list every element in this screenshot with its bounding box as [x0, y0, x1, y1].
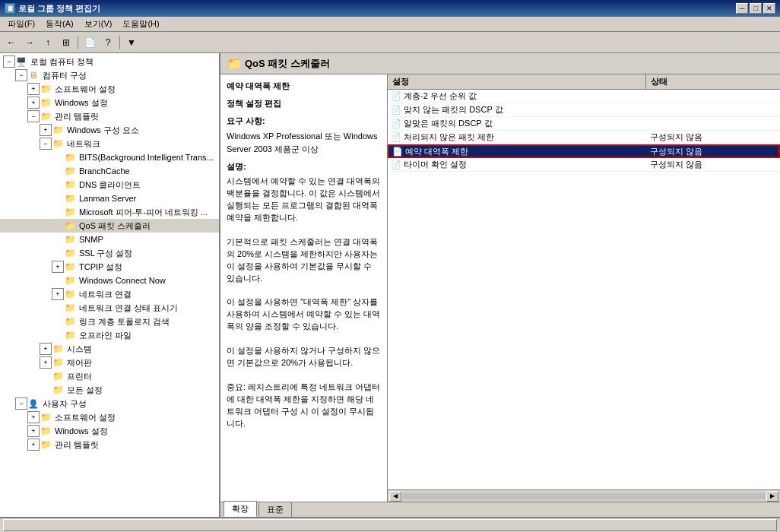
policy-icon-timer: 📄	[391, 160, 401, 169]
tree-network-connections[interactable]: + 📁 네트워크 연결	[0, 287, 219, 301]
tree-branchcache[interactable]: 📁 BranchCache	[0, 164, 219, 178]
menu-action[interactable]: 동작(A)	[41, 17, 78, 30]
policy-row-dscp-tier2[interactable]: 📄 계층-2 우선 순위 값	[388, 90, 780, 103]
policy-icon-dscp-tier2: 📄	[391, 91, 401, 101]
toolbar-separator-1	[78, 36, 78, 49]
tree-ms-peer-label: Microsoft 피어-투-피어 네트워킹 ...	[78, 207, 209, 218]
tree-windows-settings[interactable]: + 📁 Windows 설정	[0, 96, 219, 109]
admin-icon: 📁	[40, 110, 52, 122]
wincomp-icon: 📁	[52, 124, 64, 136]
tree-snmp[interactable]: 📁 SNMP	[0, 233, 219, 246]
tree-ssl[interactable]: 📁 SSL 구성 설정	[0, 246, 219, 260]
tree-printer[interactable]: 📁 프린터	[0, 369, 219, 383]
tab-standard[interactable]: 표준	[258, 502, 292, 517]
tree-snmp-label: SNMP	[78, 235, 105, 244]
desc-title: 예약 대역폭 제한	[227, 81, 381, 92]
snmp-icon: 📁	[64, 233, 76, 245]
maximize-button[interactable]: □	[750, 3, 762, 14]
toolbar-separator-2	[119, 36, 120, 49]
tree-offline-files[interactable]: 📁 오프라인 파일	[0, 328, 219, 342]
col-status[interactable]: 상태	[646, 74, 780, 89]
tree-wcn[interactable]: 📁 Windows Connect Now	[0, 274, 219, 287]
user-windows-icon: 📁	[40, 425, 52, 437]
policy-icon-bandwidth: 📄	[392, 147, 403, 157]
right-content: 예약 대역폭 제한 정책 설정 편집 요구 사항: Windows XP Pro…	[220, 74, 780, 502]
expand-computer-config[interactable]: −	[15, 69, 27, 81]
tree-control-panel[interactable]: + 📁 제어판	[0, 356, 219, 369]
tree-qos-label: QoS 패킷 스케줄러	[78, 220, 152, 232]
expand-software[interactable]: +	[27, 83, 40, 95]
policy-row-dscp-mismatch[interactable]: 📄 맞지 않는 패킷의 DSCP 값	[388, 103, 780, 117]
scroll-track[interactable]	[403, 493, 765, 499]
tree-user-software[interactable]: + 📁 소프트웨어 설정	[0, 410, 219, 424]
properties-button[interactable]: 📄	[81, 34, 98, 51]
expand-ctrl[interactable]: +	[40, 356, 52, 369]
expand-system[interactable]: +	[40, 343, 52, 355]
tree-root[interactable]: − 🖥️ 로컬 컴퓨터 정책	[0, 55, 219, 68]
col-settings[interactable]: 설정	[388, 74, 646, 89]
tree-user-config[interactable]: − 👤 사용자 구성	[0, 397, 219, 410]
policy-status-timer: 구성되지 않음	[647, 158, 780, 171]
expand-network[interactable]: −	[40, 138, 52, 150]
tree-windows-components[interactable]: + 📁 Windows 구성 요소	[0, 123, 219, 137]
tree-net-status[interactable]: 📁 네트워크 연결 상태 표시기	[0, 301, 219, 315]
tree-bits[interactable]: 📁 BITS(Background Intelligent Trans...	[0, 150, 219, 164]
expand-windows[interactable]: +	[27, 97, 40, 109]
policy-icon-dscp-mismatch: 📄	[391, 105, 401, 115]
policy-row-dscp-unknown[interactable]: 📄 알맞은 패킷의 DSCP 값	[388, 117, 780, 131]
tree-lanman[interactable]: 📁 Lanman Server	[0, 192, 219, 205]
lanman-icon: 📁	[64, 192, 76, 204]
net-conn-icon: 📁	[64, 288, 76, 300]
tree-system[interactable]: + 📁 시스템	[0, 342, 219, 356]
close-button[interactable]: ✕	[763, 3, 775, 14]
tree-all-settings[interactable]: 📁 모든 설정	[0, 383, 219, 397]
expand-user-windows[interactable]: +	[27, 425, 40, 437]
desc-explain-text: 시스템에서 예약할 수 있는 연결 대역폭의 백분율을 결정합니다. 이 값은 …	[227, 176, 381, 430]
expand-user-software[interactable]: +	[27, 411, 40, 423]
show-hide-button[interactable]: ⊞	[58, 34, 75, 51]
back-button[interactable]: ←	[3, 34, 20, 51]
tree-admin-templates[interactable]: − 📁 관리 템플릿	[0, 109, 219, 123]
scroll-left-btn[interactable]: ◀	[389, 491, 401, 502]
menu-file[interactable]: 파일(F)	[3, 17, 40, 30]
tree-computer-config[interactable]: − 🖥 컴퓨터 구성	[0, 68, 219, 82]
expand-wincomp[interactable]: +	[40, 124, 52, 136]
help-button[interactable]: ?	[100, 34, 116, 51]
dns-icon: 📁	[64, 179, 76, 191]
tree-admin-label: 관리 템플릿	[53, 111, 100, 122]
tree-software-settings[interactable]: + 📁 소프트웨어 설정	[0, 82, 219, 96]
horizontal-scrollbar[interactable]: ◀ ▶	[388, 489, 780, 502]
tree-network[interactable]: − 📁 네트워크	[0, 137, 219, 150]
tree-ms-peer[interactable]: 📁 Microsoft 피어-투-피어 네트워킹 ...	[0, 205, 219, 219]
menu-view[interactable]: 보기(V)	[80, 17, 117, 30]
tree-dns-client[interactable]: 📁 DNS 클라이언트	[0, 178, 219, 192]
expand-tcpip[interactable]: +	[52, 261, 64, 273]
tree-user-software-label: 소프트웨어 설정	[53, 412, 117, 423]
expand-user[interactable]: −	[15, 397, 27, 410]
expand-net-conn[interactable]: +	[52, 288, 64, 300]
tree-dns-label: DNS 클라이언트	[78, 179, 142, 191]
tree-user-admin-label: 관리 템플릿	[53, 439, 100, 451]
tree-user-windows[interactable]: + 📁 Windows 설정	[0, 424, 219, 438]
policy-row-bandwidth[interactable]: 📄 예약 대역폭 제한 구성되지 않음	[388, 144, 780, 158]
right-header-icon: 📁	[227, 56, 242, 71]
scroll-right-btn[interactable]: ▶	[766, 491, 778, 502]
tab-extended[interactable]: 확장	[224, 501, 257, 517]
policy-row-timer[interactable]: 📄 타이머 확인 설정 구성되지 않음	[388, 158, 780, 172]
tree-link-layer[interactable]: 📁 링크 계층 토폴로지 검색	[0, 315, 219, 328]
menu-help[interactable]: 도움말(H)	[118, 17, 163, 30]
title-bar: 📋 로컬 그룹 정책 편집기 ─ □ ✕	[0, 0, 780, 17]
expand-root[interactable]: −	[3, 55, 15, 68]
branchcache-icon: 📁	[64, 165, 76, 177]
expand-user-admin[interactable]: +	[27, 439, 40, 451]
up-button[interactable]: ↑	[40, 34, 56, 51]
minimize-button[interactable]: ─	[736, 3, 748, 14]
expand-admin[interactable]: −	[27, 110, 40, 122]
tree-user-admin[interactable]: + 📁 관리 템플릿	[0, 438, 219, 451]
filter-button[interactable]: ▼	[123, 34, 140, 51]
forward-button[interactable]: →	[21, 34, 38, 51]
policy-row-unprocessed[interactable]: 📄 처리되지 않은 패킷 제한 구성되지 않음	[388, 131, 780, 144]
tree-offline-label: 오프라인 파일	[78, 330, 133, 341]
tree-tcpip[interactable]: + 📁 TCPIP 설정	[0, 260, 219, 274]
tree-qos[interactable]: 📁 QoS 패킷 스케줄러	[0, 219, 219, 233]
